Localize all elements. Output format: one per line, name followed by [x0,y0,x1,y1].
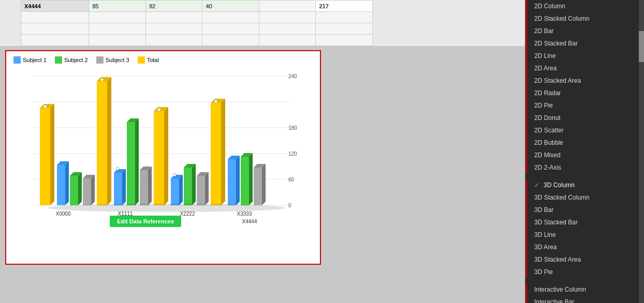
chart-svg: 240 180 120 60 0 [11,66,312,236]
table-row [21,12,373,23]
cell-s3: 40 [202,1,259,12]
edit-data-references-button[interactable]: Edit Data References [110,216,181,227]
chart-type-menu: 2D Column 2D Stacked Column 2D Bar 2D St… [525,0,644,303]
menu-item-3d-area[interactable]: 3D Area [527,241,644,253]
svg-text:0: 0 [288,203,291,208]
svg-text:180: 180 [288,125,297,131]
chart-shadow [48,204,286,212]
legend-label-s2: Subject 2 [64,57,88,63]
cell-total: 217 [316,1,373,12]
menu-item-2d-stacked-column[interactable]: 2D Stacked Column [527,12,644,25]
svg-text:120: 120 [288,151,297,157]
row-label-empty [21,12,89,23]
menu-item-2d-mixed[interactable]: 2D Mixed [527,149,644,161]
bar-x3333-s1-side [236,156,240,205]
bar-x3333-s2-face [241,157,249,205]
menu-item-2d-pie[interactable]: 2D Pie [527,99,644,112]
menu-item-label: 2D Column [534,3,565,10]
scrollbar-track[interactable] [639,0,644,303]
menu-divider-2 [525,278,644,283]
bar-x1111-s1-side [122,169,126,205]
bar-x1111-total-face [97,81,107,205]
menu-item-interactive-bar[interactable]: Interactive Bar [527,296,644,303]
dot-x2222-total [157,108,160,111]
legend-subject2: Subject 2 [55,56,88,64]
menu-item-3d-stacked-area[interactable]: 3D Stacked Area [527,253,644,266]
menu-item-2d-donut[interactable]: 2D Donut [527,112,644,124]
row-label-empty [21,23,89,35]
menu-item-3d-stacked-column[interactable]: 3D Stacked Column [527,191,644,204]
menu-item-label: 2D 2-Axis [534,164,561,171]
table-area: X4444 85 92 40 217 [0,0,525,46]
bar-x1111-total-side [107,77,111,205]
xlabel-x4444-label: X4444 [242,219,257,224]
menu-item-2d-scatter[interactable]: 2D Scatter [527,124,644,137]
menu-item-interactive-column[interactable]: Interactive Column [527,283,644,296]
cell-s2: 92 [145,1,202,12]
menu-item-2d-column[interactable]: 2D Column [527,0,644,12]
table-row: X4444 85 92 40 217 [21,1,373,12]
bar-x2222-s1-face [171,178,179,205]
bar-x3333-s2-side [249,153,253,205]
dot-x1111-total [100,78,104,81]
data-table: X4444 85 92 40 217 [21,0,373,46]
legend-subject3: Subject 3 [96,56,129,64]
legend-label-total: Total [147,57,159,63]
menu-item-label: 2D Area [534,65,557,72]
menu-item-3d-stacked-bar[interactable]: 3D Stacked Bar [527,216,644,229]
legend-total: Total [138,56,159,64]
menu-item-2d-bubble[interactable]: 2D Bubble [527,137,644,149]
xlabel-x0000: X0000 [56,211,71,217]
scrollbar-thumb[interactable] [639,31,644,62]
menu-item-3d-pie[interactable]: 3D Pie [527,266,644,278]
menu-item-label: 3D Bar [534,206,553,214]
bar-x2222-s1-side [179,175,183,205]
bar-x2222-s3-side [205,172,209,205]
menu-item-label: 2D Stacked Bar [534,40,578,47]
legend-swatch-s2 [55,56,62,64]
bar-x3333-total-side [221,99,225,205]
bar-x1111-s2-face [127,122,135,205]
cell-empty [259,1,316,12]
menu-item-label: 3D Line [534,231,555,238]
menu-item-2d-line[interactable]: 2D Line [527,50,644,62]
chart-plot: 240 180 120 60 0 [11,66,312,241]
main-area: X4444 85 92 40 217 [0,0,525,303]
bar-x0000-s3-face [83,178,91,205]
menu-item-3d-column[interactable]: 3D Column [527,179,644,191]
menu-item-label: 2D Mixed [534,152,561,159]
bar-x1111-s1-face [114,173,122,205]
legend-swatch-total [138,56,145,64]
menu-item-3d-bar[interactable]: 3D Bar [527,204,644,216]
menu-section-interactive: Interactive Column Interactive Bar Inter… [525,283,644,303]
menu-item-label: 2D Pie [534,102,553,109]
svg-text:240: 240 [288,73,297,79]
bar-x1111-s2-side [135,118,139,205]
menu-item-label: 2D Donut [534,114,561,122]
bar-x2222-s3-face [197,176,205,205]
table-row [21,35,373,46]
bar-x1111-s3-side [148,166,152,205]
menu-item-2d-stacked-area[interactable]: 2D Stacked Area [527,74,644,87]
legend-swatch-s3 [96,56,104,64]
bar-x0000-s3-side [91,175,95,205]
bar-x0000-total-side [50,104,54,205]
chart-container: Subject 1 Subject 2 Subject 3 Total [5,50,321,265]
menu-item-label: 2D Stacked Column [534,15,590,22]
svg-text:60: 60 [288,177,295,183]
bar-x0000-s2-face [70,176,78,205]
bar-x3333-total-face [211,103,221,205]
menu-item-2d-2axis[interactable]: 2D 2-Axis [527,161,644,174]
menu-item-label: 3D Pie [534,268,553,276]
bar-x3333-s3-face [254,168,262,205]
legend-swatch-s1 [13,56,21,64]
menu-item-2d-stacked-bar[interactable]: 2D Stacked Bar [527,37,644,50]
bar-x2222-s2-side [192,164,196,205]
menu-item-3d-line[interactable]: 3D Line [527,229,644,241]
menu-item-2d-bar[interactable]: 2D Bar [527,25,644,37]
menu-item-label: 3D Stacked Column [534,194,590,201]
dot-x1111-s1 [116,167,119,170]
menu-item-2d-area[interactable]: 2D Area [527,62,644,74]
menu-item-2d-radar[interactable]: 2D Radar [527,87,644,99]
row-label-empty [21,35,89,46]
